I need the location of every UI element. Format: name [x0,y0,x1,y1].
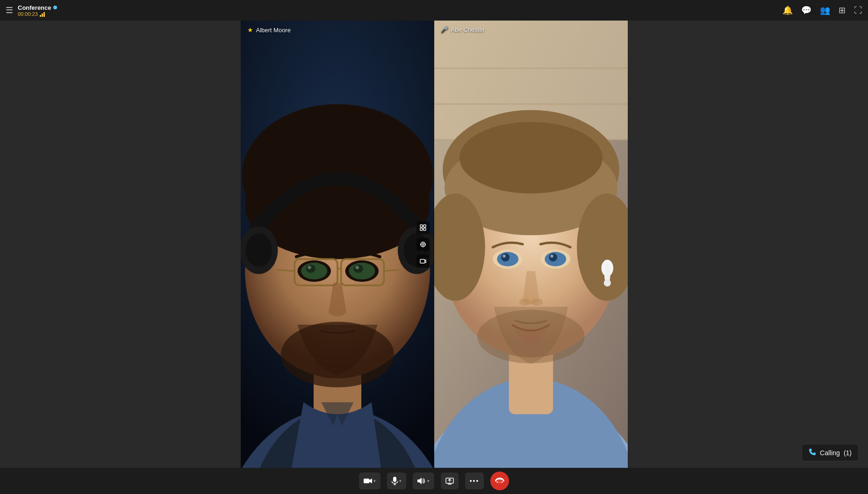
timer-text: 00:00:23 [18,11,38,17]
side-controls [416,221,430,268]
svg-point-73 [497,480,502,484]
svg-point-50 [459,122,602,193]
video-panels: ★ Albert Moore [241,21,628,468]
chat-icon[interactable]: 💬 [801,5,811,15]
svg-point-57 [549,253,557,262]
svg-point-64 [603,279,610,286]
svg-point-9 [245,234,272,267]
camera-switch-button[interactable] [416,255,430,268]
svg-point-30 [421,242,425,247]
svg-point-58 [550,255,553,258]
abe-name: Abe Chester [451,26,485,33]
svg-point-60 [531,299,543,306]
svg-rect-29 [423,228,426,230]
video-panel-abe: 🎤 Abe Chester [434,21,628,468]
top-bar-left: ☰ Conference 00:00:23 [6,4,782,17]
svg-rect-66 [393,477,396,482]
abe-label: 🎤 Abe Chester [441,26,485,33]
abe-mic-off-icon: 🎤 [441,26,448,33]
conference-title: Conference [18,4,57,11]
albert-label: ★ Albert Moore [247,26,291,34]
menu-icon[interactable]: ☰ [6,5,13,15]
mic-button[interactable]: ▾ [387,473,406,489]
video-panel-albert: ★ Albert Moore [241,21,434,468]
hangup-button[interactable] [490,472,509,490]
calling-phone-icon [809,448,816,457]
expand-view-button[interactable] [416,221,430,234]
share-screen-button[interactable] [441,473,459,489]
svg-rect-65 [364,479,369,483]
conference-info: Conference 00:00:23 [18,4,57,17]
more-options-button[interactable]: ••• [465,473,484,489]
effects-button[interactable] [416,238,430,251]
bottom-bar: ▾ ▾ ▾ ••• [0,468,868,494]
calling-count: (1) [844,449,852,457]
calling-badge: Calling (1) [802,444,859,461]
more-dots: ••• [470,477,480,485]
svg-rect-26 [420,225,423,227]
signal-bars-icon [40,11,45,17]
conference-timer: 00:00:23 [18,11,57,17]
svg-rect-28 [420,228,423,230]
svg-point-19 [355,265,359,269]
top-bar: ☰ Conference 00:00:23 🔔 💬 👥 ⊞ ⛶ [0,0,868,21]
top-bar-right: 🔔 💬 👥 ⊞ ⛶ [782,5,862,15]
svg-point-54 [502,255,505,258]
fullscreen-icon[interactable]: ⛶ [854,6,862,15]
albert-video-feed [241,21,434,468]
svg-point-59 [519,299,531,306]
bell-icon[interactable]: 🔔 [782,5,793,15]
people-icon[interactable]: 👥 [820,5,830,15]
calling-text: Calling [820,449,840,457]
svg-point-15 [308,265,311,269]
camera-caret: ▾ [373,479,376,483]
conference-title-text: Conference [18,4,51,11]
svg-point-53 [501,253,509,262]
svg-marker-69 [417,478,422,484]
albert-name: Albert Moore [256,27,291,34]
speaker-caret: ▾ [427,479,430,483]
conference-status-dot [53,6,57,9]
svg-rect-27 [423,225,426,227]
video-container: ★ Albert Moore [0,21,868,468]
speaker-button[interactable]: ▾ [413,473,434,489]
camera-button[interactable]: ▾ [359,473,380,489]
abe-video-feed [434,21,628,468]
svg-rect-36 [420,259,425,263]
mic-caret: ▾ [399,479,402,483]
svg-point-31 [422,243,424,245]
grid-icon[interactable]: ⊞ [839,5,846,15]
albert-star-icon: ★ [247,26,253,34]
